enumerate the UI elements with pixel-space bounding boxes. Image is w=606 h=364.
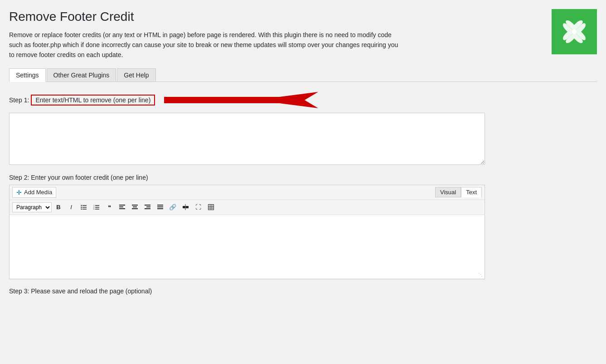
unordered-list-button[interactable] xyxy=(78,202,90,213)
svg-rect-9 xyxy=(95,205,99,206)
svg-point-0 xyxy=(572,29,577,34)
step3-section: Step 3: Please save and reload the page … xyxy=(9,287,597,295)
page-description: Remove or replace footer credits (or any… xyxy=(9,30,403,60)
italic-button[interactable]: I xyxy=(65,202,77,213)
step2-label: Step 2: Enter your own footer credit (on… xyxy=(9,174,597,181)
step2-section: Step 2: Enter your own footer credit (on… xyxy=(9,174,597,279)
header-text: Remove Footer Credit Remove or replace f… xyxy=(9,9,403,60)
link-button[interactable]: 🔗 xyxy=(167,202,179,213)
tabs-row: Settings Other Great Plugins Get Help xyxy=(9,68,597,82)
tab-visual[interactable]: Visual xyxy=(435,187,461,197)
editor-textarea[interactable] xyxy=(12,218,482,276)
red-arrow xyxy=(164,91,318,109)
ordered-list-button[interactable]: 1.2.3. xyxy=(91,202,102,213)
svg-rect-19 xyxy=(133,206,137,207)
svg-point-8 xyxy=(81,208,82,209)
editor-content: ⋱ xyxy=(10,215,485,279)
step1-textarea[interactable] xyxy=(9,113,485,165)
svg-rect-30 xyxy=(208,205,213,210)
svg-rect-20 xyxy=(132,208,138,209)
svg-rect-21 xyxy=(145,205,150,206)
align-right-button[interactable] xyxy=(141,202,153,213)
svg-rect-27 xyxy=(183,206,185,208)
plugin-logo xyxy=(552,9,597,54)
align-left-button[interactable] xyxy=(116,202,128,213)
editor-wrapper: ✛ Add Media Visual Text Paragraph Headin… xyxy=(9,185,485,279)
table-button[interactable] xyxy=(205,202,217,213)
svg-rect-5 xyxy=(82,209,87,210)
tab-settings[interactable]: Settings xyxy=(9,68,46,82)
bold-button[interactable]: B xyxy=(53,202,64,213)
step1-highlight-box: Enter text/HTML to remove (one per line) xyxy=(31,95,155,105)
svg-rect-4 xyxy=(82,207,87,208)
svg-rect-25 xyxy=(157,206,163,207)
svg-rect-23 xyxy=(145,208,150,209)
fullscreen-button[interactable]: ⛶ xyxy=(192,202,204,213)
svg-point-7 xyxy=(81,206,82,207)
page-title: Remove Footer Credit xyxy=(9,9,403,24)
editor-view-tabs: Visual Text xyxy=(435,187,482,197)
svg-rect-24 xyxy=(157,205,163,206)
svg-rect-28 xyxy=(186,206,189,208)
format-select[interactable]: Paragraph Heading 1 Heading 2 Heading 3 xyxy=(12,202,52,212)
svg-rect-18 xyxy=(132,205,138,206)
tab-text[interactable]: Text xyxy=(461,187,482,197)
step3-label: Step 3: Please save and reload the page … xyxy=(9,287,152,295)
step1-section: Step 1: Enter text/HTML to remove (one p… xyxy=(9,91,597,165)
svg-text:3.: 3. xyxy=(93,208,95,210)
step1-prefix: Step 1: xyxy=(9,96,29,104)
add-media-icon: ✛ xyxy=(16,189,22,196)
tab-other-plugins[interactable]: Other Great Plugins xyxy=(47,68,116,81)
tab-get-help[interactable]: Get Help xyxy=(117,68,155,81)
editor-topbar: ✛ Add Media Visual Text xyxy=(10,185,485,200)
header-row: Remove Footer Credit Remove or replace f… xyxy=(9,9,597,60)
align-justify-button[interactable] xyxy=(154,202,166,213)
svg-rect-22 xyxy=(146,206,150,207)
add-media-label: Add Media xyxy=(24,189,52,196)
more-button[interactable] xyxy=(179,202,191,213)
svg-rect-17 xyxy=(119,208,125,209)
blockquote-button[interactable]: ❝ xyxy=(103,202,115,213)
editor-resize-handle[interactable]: ⋱ xyxy=(478,272,484,278)
svg-rect-11 xyxy=(95,209,99,210)
svg-point-6 xyxy=(81,205,82,206)
add-media-button[interactable]: ✛ Add Media xyxy=(12,187,56,198)
plugin-logo-icon xyxy=(561,18,588,45)
align-center-button[interactable] xyxy=(129,202,141,213)
step1-label-row: Step 1: Enter text/HTML to remove (one p… xyxy=(9,91,597,109)
editor-toolbar: Paragraph Heading 1 Heading 2 Heading 3 … xyxy=(10,200,485,215)
svg-rect-3 xyxy=(82,205,87,206)
svg-rect-16 xyxy=(119,206,123,207)
svg-rect-10 xyxy=(95,207,99,208)
step1-instruction: Enter text/HTML to remove (one per line) xyxy=(35,96,150,104)
svg-rect-26 xyxy=(157,208,163,209)
svg-rect-15 xyxy=(119,205,125,206)
